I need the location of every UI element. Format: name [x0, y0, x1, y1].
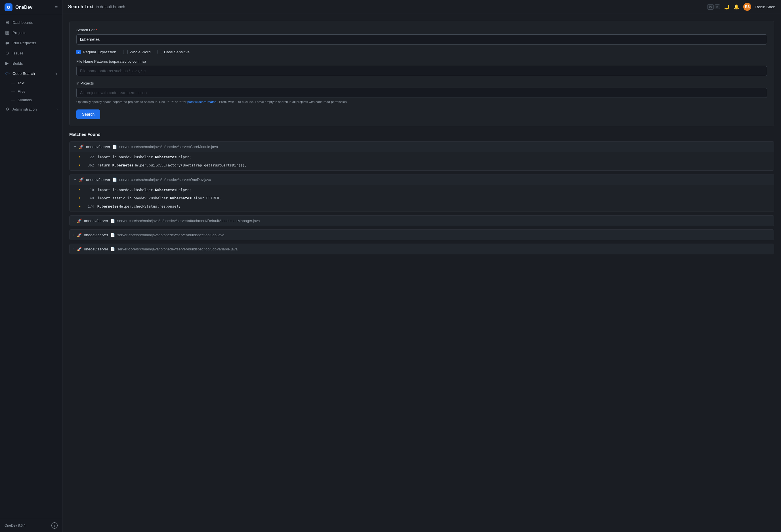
file-path-3: server-core/src/main/java/io/onedev/serv… — [117, 219, 260, 223]
result-line-2-1[interactable]: ➤ 10 import io.onedev.k8shelper.Kubernet… — [70, 186, 774, 194]
sidebar-item-text[interactable]: — Text — [9, 79, 62, 87]
result-group-2-header[interactable]: ▼ 🚀 onedev/server 📄 server-core/src/main… — [70, 174, 774, 185]
result-group-1-header[interactable]: ▼ 🚀 onedev/server 📄 server-core/src/main… — [70, 141, 774, 152]
project-name-1: onedev/server — [86, 145, 111, 149]
app-logo: O — [5, 3, 12, 11]
page-subtitle: in default branch — [96, 5, 125, 9]
case-sensitive-checkbox-label[interactable]: Case Sensitive — [158, 50, 190, 54]
pull-requests-label: Pull Requests — [12, 41, 36, 45]
projects-icon: ▦ — [5, 30, 10, 35]
results-section: Matches Found ▼ 🚀 onedev/server 📄 server… — [69, 132, 774, 254]
line-code: import io.onedev.k8shelper.KubernetesHel… — [97, 155, 191, 159]
regular-expression-checkbox-label[interactable]: Regular Expression — [76, 50, 116, 54]
line-num: 362 — [86, 163, 94, 167]
version-text: OneDev 8.6.4 — [5, 524, 26, 527]
nav-list: ⊞ Dashboards ▦ Projects ⇄ Pull Requests … — [0, 15, 62, 519]
help-button[interactable]: ? — [51, 522, 57, 529]
page-title: Search Text — [68, 4, 94, 9]
arrow-icon: ➤ — [79, 155, 83, 159]
result-line-2-3[interactable]: ➤ 174 KubernetesHelper.checkStatus(respo… — [70, 202, 774, 211]
dark-mode-button[interactable]: 🌙 — [724, 4, 730, 10]
issues-label: Issues — [12, 51, 24, 55]
result-lines-2: ➤ 10 import io.onedev.k8shelper.Kubernet… — [70, 185, 774, 212]
sidebar-item-projects[interactable]: ▦ Projects — [0, 28, 62, 38]
expand-icon-3: › — [74, 219, 75, 222]
administration-label: Administration — [12, 107, 37, 112]
result-group-3-header[interactable]: › 🚀 onedev/server 📄 server-core/src/main… — [70, 216, 774, 226]
file-icon-3: 📄 — [111, 219, 115, 223]
files-dash: — — [11, 89, 15, 94]
result-group-3: › 🚀 onedev/server 📄 server-core/src/main… — [69, 215, 774, 226]
search-for-input[interactable] — [76, 34, 767, 45]
result-line-1-1[interactable]: ➤ 22 import io.onedev.k8shelper.Kubernet… — [70, 153, 774, 161]
sidebar-item-symbols[interactable]: — Symbols — [9, 96, 62, 104]
file-icon-2: 📄 — [112, 178, 117, 182]
result-line-1-2[interactable]: ➤ 362 return KubernetesHelper.buildSSLFa… — [70, 161, 774, 169]
file-icon-4: 📄 — [111, 233, 115, 237]
arrow-icon: ➤ — [79, 196, 83, 200]
sidebar-item-code-search[interactable]: </> Code Search ∨ — [0, 68, 62, 79]
path-wildcard-link[interactable]: path wildcard match — [187, 100, 216, 103]
user-name: Robin Shen — [755, 5, 775, 9]
sidebar-item-pull-requests[interactable]: ⇄ Pull Requests — [0, 38, 62, 48]
whole-word-checkbox[interactable] — [123, 50, 128, 54]
search-for-label: Search For * — [76, 28, 767, 32]
result-group-4-header[interactable]: › 🚀 onedev/server 📄 server-core/src/main… — [70, 230, 774, 240]
administration-icon: ⚙ — [5, 106, 10, 112]
issues-icon: ⊙ — [5, 50, 10, 55]
project-name-5: onedev/server — [84, 247, 109, 251]
result-group-5-header[interactable]: › 🚀 onedev/server 📄 server-core/src/main… — [70, 244, 774, 254]
result-group-5: › 🚀 onedev/server 📄 server-core/src/main… — [69, 243, 774, 254]
case-sensitive-checkbox[interactable] — [158, 50, 162, 54]
code-search-sub-nav: — Text — Files — Symbols — [0, 79, 62, 104]
symbols-label: Symbols — [17, 98, 32, 102]
file-path-4: server-core/src/main/java/io/onedev/serv… — [117, 233, 224, 237]
content-area: Search For * Regular Expression Whole Wo… — [63, 14, 781, 532]
whole-word-checkbox-label[interactable]: Whole Word — [123, 50, 151, 54]
line-num: 49 — [86, 196, 94, 200]
line-code: KubernetesHelper.checkStatus(response); — [97, 204, 181, 209]
sidebar-item-dashboards[interactable]: ⊞ Dashboards — [0, 17, 62, 28]
project-name-2: onedev/server — [86, 178, 111, 182]
topbar-right: ⌘ K 🌙 🔔 RS Robin Shen — [707, 3, 775, 11]
search-for-group: Search For * — [76, 28, 767, 45]
pull-requests-icon: ⇄ — [5, 40, 10, 45]
sidebar-item-builds[interactable]: ▶ Builds — [0, 58, 62, 68]
code-search-icon: </> — [5, 71, 10, 76]
keyboard-shortcut: ⌘ K — [707, 4, 720, 10]
line-num: 174 — [86, 205, 94, 209]
line-code: return KubernetesHelper.buildSSLFactory(… — [97, 163, 247, 167]
project-name-3: onedev/server — [84, 219, 109, 223]
in-projects-label: In Projects — [76, 81, 767, 85]
whole-word-label: Whole Word — [130, 50, 151, 54]
sidebar-item-issues[interactable]: ⊙ Issues — [0, 48, 62, 58]
line-num: 22 — [86, 155, 94, 159]
notifications-button[interactable]: 🔔 — [734, 4, 739, 10]
administration-expand-icon: › — [56, 107, 57, 111]
regular-expression-label: Regular Expression — [83, 50, 116, 54]
result-group-4: › 🚀 onedev/server 📄 server-core/src/main… — [69, 229, 774, 240]
line-code: import static io.onedev.k8shelper.Kubern… — [97, 196, 221, 200]
file-name-input[interactable] — [76, 66, 767, 76]
sidebar-item-administration[interactable]: ⚙ Administration › — [0, 104, 62, 114]
sidebar-item-files[interactable]: — Files — [9, 87, 62, 96]
expand-icon-2: ▼ — [74, 178, 77, 181]
project-icon-2: 🚀 — [79, 177, 84, 182]
in-projects-group: In Projects Optionally specify space-sep… — [76, 81, 767, 104]
required-star: * — [96, 28, 97, 32]
file-name-patterns-group: File Name Patterns (separated by comma) — [76, 59, 767, 76]
sidebar-toggle-button[interactable]: ≡ — [55, 5, 57, 10]
result-group-1: ▼ 🚀 onedev/server 📄 server-core/src/main… — [69, 141, 774, 171]
search-button[interactable]: Search — [76, 109, 100, 119]
project-icon-4: 🚀 — [77, 232, 82, 237]
builds-label: Builds — [12, 61, 23, 65]
arrow-icon: ➤ — [79, 188, 83, 192]
in-projects-input[interactable] — [76, 88, 767, 98]
results-title: Matches Found — [69, 132, 774, 137]
file-icon-1: 📄 — [112, 145, 117, 149]
sidebar-footer: OneDev 8.6.4 ? — [0, 519, 62, 532]
result-line-2-2[interactable]: ➤ 49 import static io.onedev.k8shelper.K… — [70, 194, 774, 202]
text-label: Text — [17, 81, 25, 85]
dashboards-label: Dashboards — [12, 20, 33, 25]
regular-expression-checkbox[interactable] — [76, 50, 81, 54]
